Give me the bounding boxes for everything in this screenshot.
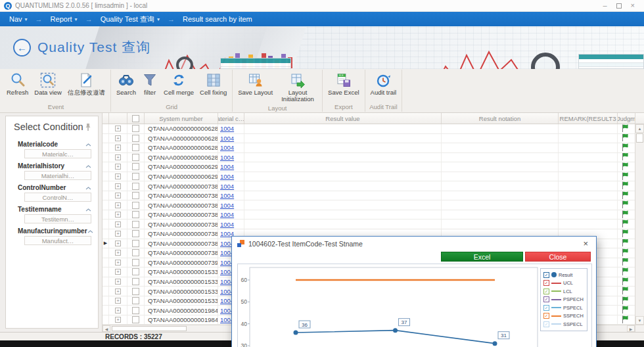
- save-layout-button[interactable]: Save Layout: [235, 71, 275, 97]
- expand-row-icon[interactable]: +: [115, 289, 121, 294]
- expand-row-icon[interactable]: +: [115, 298, 121, 304]
- condition-header-materialhistory[interactable]: Materialhistory: [16, 160, 93, 171]
- material-code-link[interactable]: 1004: [218, 192, 234, 199]
- material-code-link[interactable]: 1004: [218, 163, 234, 170]
- dialog-close-icon[interactable]: ×: [580, 239, 591, 248]
- column-header-result-value[interactable]: Result value: [244, 113, 442, 124]
- condition-filter-input[interactable]: Materialhi…: [24, 171, 91, 180]
- scroll-right-icon[interactable]: ▶: [627, 325, 635, 332]
- row-checkbox[interactable]: [132, 125, 139, 132]
- material-code-link[interactable]: 1004: [218, 125, 234, 132]
- legend-checkbox-pspecl[interactable]: ✓: [543, 305, 549, 311]
- vertical-scroll-thumb[interactable]: [636, 133, 643, 143]
- nav-item-result-search-by-item[interactable]: Result search by item: [183, 15, 252, 23]
- column-header-system-number[interactable]: System number: [145, 113, 218, 124]
- row-checkbox[interactable]: [132, 192, 139, 199]
- select-all-checkbox[interactable]: [132, 115, 139, 122]
- legend-checkbox-lcl[interactable]: ✓: [543, 289, 549, 294]
- save-excel-button[interactable]: XLSSave Excel: [325, 71, 362, 97]
- condition-filter-input[interactable]: Testitemn…: [24, 214, 91, 223]
- expand-row-icon[interactable]: +: [115, 260, 121, 266]
- scroll-left-icon[interactable]: ◀: [103, 325, 110, 332]
- material-code-link[interactable]: 1004: [218, 173, 234, 180]
- material-code-link[interactable]: 1004: [218, 154, 234, 161]
- close-button[interactable]: Close: [525, 252, 591, 262]
- expand-row-icon[interactable]: +: [115, 241, 121, 246]
- row-checkbox[interactable]: [132, 173, 139, 180]
- legend-checkbox-sspecl[interactable]: ✓: [543, 321, 549, 327]
- expand-row-icon[interactable]: +: [115, 231, 121, 237]
- search-button[interactable]: Search: [114, 71, 139, 97]
- material-code-link[interactable]: 1004: [218, 211, 234, 218]
- condition-header-materialcode[interactable]: Materialcode: [16, 139, 93, 149]
- row-checkbox[interactable]: [132, 278, 139, 285]
- cell-fixing-button[interactable]: Cell fixing: [197, 71, 229, 97]
- expand-row-icon[interactable]: +: [115, 202, 121, 208]
- expand-row-icon[interactable]: +: [115, 317, 121, 323]
- expand-row-icon[interactable]: +: [115, 250, 121, 256]
- layout-initialization-button[interactable]: Layout Initialization: [276, 71, 319, 103]
- column-header-judgm[interactable]: Judgm: [618, 113, 635, 124]
- nav-item-quality-test[interactable]: Quality Test 查询▾: [101, 14, 160, 24]
- restore-button[interactable]: [616, 3, 622, 9]
- row-checkbox[interactable]: [132, 316, 139, 323]
- condition-header-manufacturingnumber[interactable]: Manufacturingnumber: [16, 225, 93, 236]
- expand-row-icon[interactable]: +: [115, 212, 121, 218]
- expand-row-icon[interactable]: +: [115, 164, 121, 170]
- material-code-link[interactable]: 1004: [218, 183, 234, 190]
- expand-row-icon[interactable]: +: [115, 154, 121, 160]
- expand-row-icon[interactable]: +: [115, 279, 121, 285]
- nav-item-report[interactable]: Report▾: [51, 15, 78, 23]
- audit-trail-button[interactable]: Audit trail: [368, 71, 400, 97]
- legend-checkbox-ucl[interactable]: ✓: [543, 280, 549, 286]
- column-header-remark-result3[interactable]: REMARK(RESULT3: [559, 113, 618, 124]
- horizontal-scroll-thumb[interactable]: [112, 326, 187, 331]
- scroll-up-icon[interactable]: ▲: [635, 124, 644, 133]
- row-checkbox[interactable]: [132, 240, 139, 247]
- vertical-scroll-track[interactable]: [635, 143, 644, 316]
- material-code-link[interactable]: 1004: [218, 221, 234, 228]
- legend-checkbox-result[interactable]: ✓: [543, 272, 549, 278]
- condition-filter-input[interactable]: Materialc…: [24, 149, 91, 158]
- condition-header-controlnumber[interactable]: ControlNumber: [16, 182, 93, 193]
- row-checkbox[interactable]: [132, 163, 139, 170]
- expand-row-icon[interactable]: +: [115, 174, 121, 179]
- expand-row-icon[interactable]: +: [115, 193, 121, 198]
- expand-row-icon[interactable]: +: [115, 308, 121, 313]
- excel-button[interactable]: Excel: [441, 252, 523, 262]
- back-button[interactable]: ←: [13, 39, 31, 57]
- expand-row-icon[interactable]: +: [115, 135, 121, 141]
- expand-row-icon[interactable]: +: [115, 126, 121, 131]
- row-checkbox[interactable]: [132, 297, 139, 304]
- row-checkbox[interactable]: [132, 154, 139, 161]
- row-checkbox[interactable]: [132, 249, 139, 256]
- row-checkbox[interactable]: [132, 230, 139, 237]
- condition-filter-input[interactable]: Manufact…: [24, 236, 91, 245]
- row-checkbox[interactable]: [132, 202, 139, 209]
- select-all-checkbox-cell[interactable]: [127, 113, 145, 124]
- expand-row-icon[interactable]: +: [115, 269, 121, 275]
- column-header-material-c[interactable]: Material c…▲: [218, 113, 244, 124]
- cell-merge-button[interactable]: Cell merge: [161, 71, 196, 97]
- material-code-link[interactable]: 1004: [218, 144, 234, 151]
- legend-checkbox-pspech[interactable]: ✓: [543, 296, 549, 302]
- scroll-down-icon[interactable]: ▼: [635, 316, 644, 325]
- row-checkbox[interactable]: [132, 211, 139, 218]
- nav-item-nav[interactable]: Nav▾: [9, 15, 28, 23]
- row-checkbox[interactable]: [132, 144, 139, 151]
- row-checkbox[interactable]: [132, 221, 139, 228]
- row-checkbox[interactable]: [132, 288, 139, 295]
- expand-row-icon[interactable]: +: [115, 221, 121, 227]
- minimize-button[interactable]: –: [603, 2, 607, 9]
- legend-checkbox-sspech[interactable]: ✓: [543, 313, 549, 319]
- expand-row-icon[interactable]: +: [115, 183, 121, 189]
- vertical-scrollbar[interactable]: ▲ ▼: [635, 124, 644, 325]
- pin-icon[interactable]: [85, 123, 91, 131]
- data-view-button[interactable]: Data view: [32, 71, 64, 97]
- window-close-button[interactable]: ×: [631, 2, 635, 9]
- row-checkbox[interactable]: [132, 307, 139, 314]
- row-checkbox[interactable]: [132, 135, 139, 142]
- row-checkbox[interactable]: [132, 268, 139, 275]
- material-code-link[interactable]: 1004: [218, 135, 234, 142]
- item-button[interactable]: 信息修改邀请: [65, 71, 108, 97]
